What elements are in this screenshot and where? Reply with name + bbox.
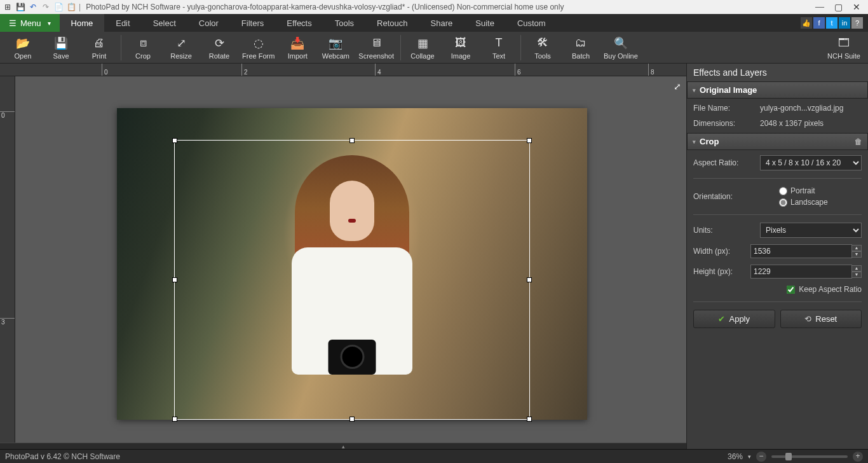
free-form-button[interactable]: ◌Free Form	[238, 32, 278, 63]
crop-handle-b[interactable]	[349, 417, 355, 422]
height-spin-down[interactable]: ▼	[851, 272, 862, 278]
zoom-slider[interactable]	[771, 455, 848, 458]
crop-rectangle[interactable]	[174, 140, 530, 420]
paste-icon[interactable]: 📋	[66, 2, 76, 12]
tab-retouch[interactable]: Retouch	[365, 14, 419, 32]
filename-label: File Name:	[693, 104, 760, 113]
tab-custom[interactable]: Custom	[506, 14, 557, 32]
canvas-image[interactable]	[117, 108, 587, 420]
buy-online-icon: 🔍	[613, 36, 628, 51]
width-spin-up[interactable]: ▲	[851, 245, 862, 251]
linkedin-icon[interactable]: in	[839, 17, 850, 29]
webcam-button[interactable]: 📷Webcam	[316, 32, 355, 63]
resize-button[interactable]: ⤢Resize	[162, 32, 200, 63]
new-icon[interactable]: 📄	[53, 2, 64, 12]
crop-handle-bl[interactable]	[172, 417, 177, 422]
zoom-dropdown-icon[interactable]: ▾	[748, 453, 751, 460]
minimize-button[interactable]: —	[815, 2, 824, 13]
tab-share[interactable]: Share	[419, 14, 465, 32]
tools-button[interactable]: 🛠Tools	[524, 32, 562, 63]
height-input[interactable]	[750, 265, 852, 279]
batch-icon: 🗂	[573, 36, 588, 51]
like-icon[interactable]: 👍	[801, 17, 812, 29]
crop-handle-l[interactable]	[172, 277, 177, 282]
import-icon: 📥	[290, 36, 305, 51]
aspect-ratio-select[interactable]: 4 x 5 / 8 x 10 / 16 x 20	[760, 155, 862, 170]
buy-online-button[interactable]: 🔍Buy Online	[600, 32, 642, 63]
tab-color[interactable]: Color	[187, 14, 230, 32]
section-crop-label: Crop	[700, 137, 719, 146]
save-button[interactable]: 💾Save	[42, 32, 80, 63]
menubar: Menu HomeEditSelectColorFiltersEffectsTo…	[0, 14, 868, 32]
units-select[interactable]: Pixels	[760, 223, 862, 238]
dimensions-label: Dimensions:	[693, 119, 760, 128]
width-spin-down[interactable]: ▼	[851, 251, 862, 258]
app-icon: ⊞	[3, 2, 13, 12]
height-spin-up[interactable]: ▲	[851, 265, 862, 272]
section-crop[interactable]: Crop 🗑	[687, 133, 868, 150]
width-input[interactable]	[750, 244, 852, 258]
titlebar: ⊞ 💾 ↶ ↷ 📄 📋 | PhotoPad by NCH Software -…	[0, 0, 868, 14]
crop-handle-t[interactable]	[349, 138, 355, 143]
crop-handle-tl[interactable]	[172, 138, 177, 143]
toolbar-separator	[121, 35, 121, 60]
tab-tools[interactable]: Tools	[323, 14, 365, 32]
delete-icon[interactable]: 🗑	[855, 137, 862, 146]
open-button[interactable]: 📂Open	[4, 32, 42, 63]
tab-select[interactable]: Select	[142, 14, 187, 32]
print-button[interactable]: 🖨Print	[80, 32, 118, 63]
resize-icon: ⤢	[173, 36, 189, 51]
orientation-portrait[interactable]: Portrait	[779, 186, 846, 195]
aspect-ratio-label: Aspect Ratio:	[693, 158, 760, 167]
keep-aspect-checkbox[interactable]	[787, 286, 795, 294]
window-title: PhotoPad by NCH Software - yulya-gonchar…	[86, 3, 815, 11]
rotate-button[interactable]: ⟳Rotate	[200, 32, 238, 63]
close-button[interactable]: ✕	[853, 2, 860, 13]
crop-handle-r[interactable]	[527, 277, 532, 282]
batch-button[interactable]: 🗂Batch	[562, 32, 600, 63]
facebook-icon[interactable]: f	[813, 17, 825, 29]
crop-handle-br[interactable]	[527, 417, 532, 422]
zoom-in-button[interactable]: +	[853, 452, 863, 462]
text-icon: T	[491, 36, 506, 51]
orientation-label: Orientation:	[693, 192, 760, 201]
crop-icon: ⧈	[135, 36, 151, 51]
social-links: 👍 f t in ?	[801, 14, 868, 32]
panel-title: Effects and Layers	[687, 64, 868, 81]
image-button[interactable]: 🖼Image	[442, 32, 480, 63]
panel-collapse-handle[interactable]	[0, 443, 686, 449]
section-original-image[interactable]: Original Image	[687, 81, 868, 99]
tab-suite[interactable]: Suite	[464, 14, 506, 32]
zoom-out-button[interactable]: −	[756, 452, 766, 462]
menu-button[interactable]: Menu	[0, 14, 60, 32]
workspace: 02468 03 ⤢	[0, 64, 868, 449]
tab-filters[interactable]: Filters	[230, 14, 275, 32]
suite-icon: 🗔	[836, 36, 851, 51]
crop-handle-tr[interactable]	[527, 138, 532, 143]
webcam-icon: 📷	[328, 36, 343, 51]
ruler-vertical: 03	[0, 76, 15, 443]
tab-home[interactable]: Home	[60, 14, 105, 32]
tab-edit[interactable]: Edit	[104, 14, 141, 32]
collage-button[interactable]: ▦Collage	[403, 32, 442, 63]
twitter-icon[interactable]: t	[826, 17, 837, 29]
window-controls: — ▢ ✕	[815, 2, 865, 13]
toolbar-separator	[520, 35, 521, 60]
text-button[interactable]: TText	[480, 32, 518, 63]
crop-button[interactable]: ⧈Crop	[124, 32, 162, 63]
reset-button[interactable]: ⟲Reset	[780, 310, 862, 328]
undo-icon[interactable]: ↶	[28, 2, 38, 12]
redo-icon[interactable]: ↷	[41, 2, 51, 12]
apply-button[interactable]: ✔Apply	[693, 310, 775, 328]
maximize-button[interactable]: ▢	[834, 2, 843, 13]
orientation-landscape[interactable]: Landscape	[779, 198, 846, 207]
import-button[interactable]: 📥Import	[278, 32, 316, 63]
fullscreen-icon[interactable]: ⤢	[674, 81, 681, 92]
viewport[interactable]: ⤢	[15, 76, 686, 443]
toolbar-separator	[400, 35, 401, 60]
help-icon[interactable]: ?	[851, 17, 863, 29]
save-icon[interactable]: 💾	[15, 2, 25, 12]
tab-effects[interactable]: Effects	[275, 14, 323, 32]
nch-suite-button[interactable]: 🗔 NCH Suite	[824, 32, 864, 63]
screenshot-button[interactable]: 🖥Screenshot	[355, 32, 398, 63]
